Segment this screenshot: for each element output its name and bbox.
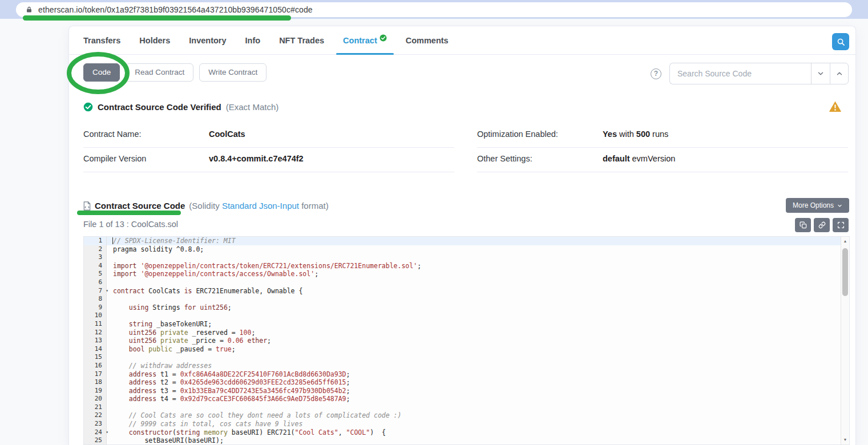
- permalink-button[interactable]: [814, 218, 830, 232]
- code-line: 4import '@openzeppelin/contracts/token/E…: [84, 262, 841, 270]
- tab-holders[interactable]: Holders: [132, 26, 177, 54]
- code-text[interactable]: [107, 278, 113, 287]
- code-text[interactable]: [107, 403, 113, 412]
- link-icon: [818, 221, 826, 229]
- read-contract-button[interactable]: Read Contract: [126, 63, 193, 82]
- line-number: 7▾: [84, 287, 107, 296]
- tab-transfers[interactable]: Transfers: [76, 26, 127, 54]
- line-number: 23: [84, 420, 107, 428]
- fold-toggle-icon[interactable]: ▾: [106, 428, 108, 437]
- code-line: 12 uint256 private _reserved = 100;: [84, 329, 841, 337]
- line-number: 6: [84, 278, 107, 287]
- details-right: Optimization Enabled:Yes with 500 runsOt…: [477, 123, 848, 172]
- code-text[interactable]: using Strings for uint256;: [107, 304, 232, 312]
- tab-nft-trades[interactable]: NFT Trades: [272, 26, 331, 54]
- code-line: 17 address t1 = 0xfc86A64a8DE22CF25410F7…: [84, 370, 841, 379]
- code-text[interactable]: address t3 = 0x1b33EBa79c4DD7243E5a3456f…: [107, 387, 350, 395]
- code-line: 6: [84, 278, 841, 287]
- code-text[interactable]: contract CoolCats is ERC721Enumerable, O…: [107, 287, 302, 296]
- more-options-button[interactable]: More Options: [786, 198, 849, 213]
- details-left: Contract Name:CoolCatsCompiler Versionv0…: [83, 123, 454, 172]
- code-text[interactable]: [107, 353, 113, 362]
- expand-button[interactable]: [833, 218, 849, 232]
- line-number: 12: [84, 329, 107, 337]
- verified-badge-icon: [380, 34, 387, 42]
- code-line: 3: [84, 253, 841, 262]
- standard-json-input-link[interactable]: Standard Json-Input: [222, 201, 299, 211]
- code-text[interactable]: import '@openzeppelin/contracts/token/ER…: [107, 262, 421, 270]
- code-line: 5import '@openzeppelin/contracts/access/…: [84, 270, 841, 278]
- warning-icon[interactable]: [829, 100, 842, 115]
- chevron-up-icon: [835, 70, 843, 78]
- url-bar[interactable]: etherscan.io/token/0x1a92f7381b9f0392156…: [16, 2, 852, 17]
- code-text[interactable]: [107, 295, 113, 304]
- scroll-up-arrow-icon[interactable]: ▲: [841, 239, 849, 243]
- tab-label: Contract: [343, 36, 377, 45]
- code-line: 1// SPDX-License-Identifier: MIT: [84, 237, 841, 245]
- tab-info[interactable]: Info: [239, 26, 268, 54]
- write-contract-button[interactable]: Write Contract: [199, 63, 267, 82]
- line-number: 11: [84, 320, 107, 329]
- code-scrollbar[interactable]: ▲ ▼: [841, 237, 849, 444]
- detail-row: Compiler Versionv0.8.4+commit.c7e474f2: [83, 148, 454, 172]
- code-line: 14 bool public _paused = true;: [84, 345, 841, 354]
- code-line: 24▾ constructor(string memory baseURI) E…: [84, 428, 841, 437]
- line-number: 3: [84, 253, 107, 262]
- tab-label: Info: [245, 36, 261, 45]
- code-text[interactable]: address t4 = 0x92d79ccaCE3FC606845f3A66c…: [107, 395, 350, 403]
- code-text[interactable]: uint256 private _reserved = 100;: [107, 329, 255, 337]
- detail-row: Optimization Enabled:Yes with 500 runs: [477, 123, 848, 148]
- code-text[interactable]: [107, 312, 113, 320]
- line-number: 15: [84, 353, 107, 362]
- code-text[interactable]: address t2 = 0x4265de963cdd60629d03FEE2c…: [107, 378, 350, 387]
- scroll-down-arrow-icon[interactable]: ▼: [841, 438, 849, 442]
- line-number: 9: [84, 304, 107, 312]
- code-line: 25 setBaseURI(baseURI);: [84, 436, 841, 445]
- code-text[interactable]: string _baseTokenURI;: [107, 320, 212, 329]
- code-text[interactable]: setBaseURI(baseURI);: [107, 436, 224, 445]
- code-line: 21: [84, 403, 841, 412]
- detail-label: Contract Name:: [83, 130, 209, 139]
- file-selector-label: File 1 of 13 : CoolCats.sol: [83, 220, 178, 229]
- code-line: 11 string _baseTokenURI;: [84, 320, 841, 329]
- code-text[interactable]: // SPDX-License-Identifier: MIT: [107, 237, 236, 245]
- code-line: 7▾contract CoolCats is ERC721Enumerable,…: [84, 287, 841, 296]
- code-line: 19 address t3 = 0x1b33EBa79c4DD7243E5a34…: [84, 387, 841, 395]
- tab-comments[interactable]: Comments: [399, 26, 455, 54]
- code-text[interactable]: bool public _paused = true;: [107, 345, 236, 354]
- line-number: 8: [84, 295, 107, 304]
- line-number: 1: [84, 237, 107, 245]
- line-number: 24▾: [84, 428, 107, 437]
- detail-value: default evmVersion: [603, 154, 675, 163]
- fold-toggle-icon[interactable]: ▾: [106, 287, 108, 296]
- code-text[interactable]: // Cool Cats are so cool they dont need …: [107, 411, 401, 420]
- code-line: 23 // 9999 cats in total, cos cats have …: [84, 420, 841, 428]
- line-number: 13: [84, 337, 107, 345]
- search-prev-button[interactable]: [811, 63, 830, 84]
- code-text[interactable]: address t1 = 0xfc86A64a8DE22CF25410F7601…: [107, 370, 350, 379]
- contract-subnav: Code Read Contract Write Contract: [83, 63, 267, 82]
- code-panel: 1// SPDX-License-Identifier: MIT2pragma …: [83, 236, 850, 445]
- tab-contract[interactable]: Contract: [336, 26, 394, 54]
- code-button[interactable]: Code: [83, 63, 120, 82]
- code-text[interactable]: [107, 253, 113, 262]
- chevron-down-icon: [837, 203, 842, 208]
- expand-icon: [837, 221, 845, 229]
- copy-source-button[interactable]: [795, 218, 811, 232]
- search-source-code-input[interactable]: [669, 63, 811, 84]
- search-icon: [837, 38, 845, 46]
- code-text[interactable]: import '@openzeppelin/contracts/access/O…: [107, 270, 318, 278]
- source-search-group: ?: [651, 63, 849, 84]
- scroll-thumb[interactable]: [842, 248, 848, 296]
- format-text: (Solidity Standard Json-Input format): [189, 201, 328, 211]
- code-text[interactable]: // withdraw addresses: [107, 362, 212, 370]
- search-button[interactable]: [832, 33, 849, 50]
- code-text[interactable]: pragma solidity ^0.8.0;: [107, 245, 204, 254]
- tab-inventory[interactable]: Inventory: [182, 26, 233, 54]
- code-text[interactable]: uint256 private _price = 0.06 ether;: [107, 337, 271, 345]
- search-next-button[interactable]: [830, 63, 849, 84]
- tab-bar: TransfersHoldersInventoryInfoNFT TradesC…: [69, 26, 855, 55]
- code-text[interactable]: constructor(string memory baseURI) ERC72…: [107, 428, 386, 437]
- code-text[interactable]: // 9999 cats in total, cos cats have 9 l…: [107, 420, 302, 428]
- help-icon[interactable]: ?: [651, 68, 661, 79]
